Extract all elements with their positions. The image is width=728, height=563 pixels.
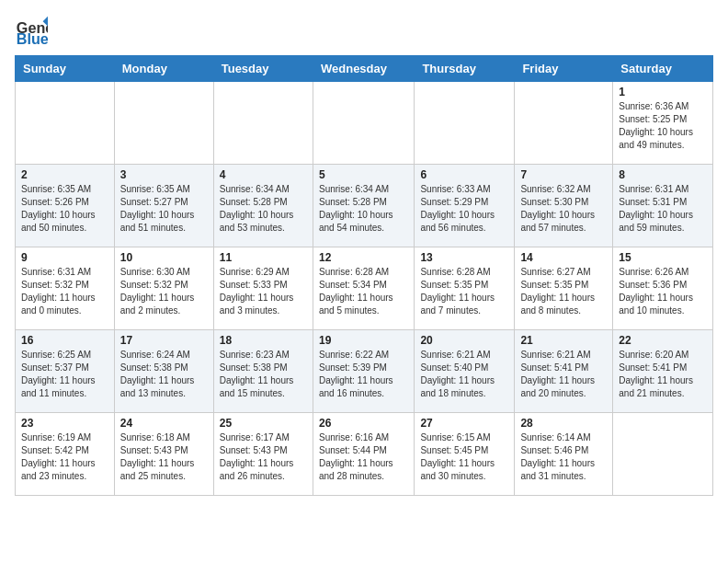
day-info: Sunrise: 6:16 AM Sunset: 5:44 PM Dayligh… [319, 431, 408, 483]
day-info: Sunrise: 6:28 AM Sunset: 5:35 PM Dayligh… [420, 266, 508, 317]
calendar-week-4: 16Sunrise: 6:25 AM Sunset: 5:37 PM Dayli… [16, 330, 713, 413]
day-info: Sunrise: 6:15 AM Sunset: 5:45 PM Dayligh… [420, 431, 508, 483]
calendar-cell: 27Sunrise: 6:15 AM Sunset: 5:45 PM Dayli… [415, 413, 515, 496]
day-number: 11 [220, 251, 307, 264]
day-info: Sunrise: 6:34 AM Sunset: 5:28 PM Dayligh… [220, 183, 307, 235]
day-number: 13 [420, 251, 508, 264]
calendar-cell [114, 82, 213, 165]
day-info: Sunrise: 6:14 AM Sunset: 5:46 PM Dayligh… [520, 431, 607, 483]
calendar-cell: 25Sunrise: 6:17 AM Sunset: 5:43 PM Dayli… [213, 413, 313, 496]
day-info: Sunrise: 6:31 AM Sunset: 5:32 PM Dayligh… [21, 266, 108, 317]
day-number: 6 [420, 168, 508, 181]
day-info: Sunrise: 6:24 AM Sunset: 5:38 PM Dayligh… [120, 349, 208, 400]
calendar-cell [16, 82, 115, 165]
calendar-cell: 5Sunrise: 6:34 AM Sunset: 5:28 PM Daylig… [313, 165, 414, 247]
day-info: Sunrise: 6:35 AM Sunset: 5:26 PM Dayligh… [21, 183, 108, 235]
calendar-cell: 2Sunrise: 6:35 AM Sunset: 5:26 PM Daylig… [16, 165, 115, 247]
day-number: 24 [120, 417, 208, 430]
svg-text:Blue: Blue [17, 30, 48, 47]
calendar-week-5: 23Sunrise: 6:19 AM Sunset: 5:42 PM Dayli… [16, 413, 713, 496]
logo-icon: General Blue [15, 15, 48, 48]
calendar-cell: 24Sunrise: 6:18 AM Sunset: 5:43 PM Dayli… [114, 413, 213, 496]
calendar-cell: 12Sunrise: 6:28 AM Sunset: 5:34 PM Dayli… [313, 247, 414, 330]
calendar-cell [613, 413, 713, 496]
day-number: 16 [21, 334, 108, 347]
day-number: 7 [520, 168, 607, 181]
day-header-thursday: Thursday [415, 56, 515, 82]
day-number: 12 [319, 251, 408, 264]
day-info: Sunrise: 6:36 AM Sunset: 5:25 PM Dayligh… [619, 100, 707, 152]
calendar-cell: 26Sunrise: 6:16 AM Sunset: 5:44 PM Dayli… [313, 413, 414, 496]
day-info: Sunrise: 6:26 AM Sunset: 5:36 PM Dayligh… [619, 266, 707, 317]
day-number: 2 [21, 168, 108, 181]
calendar-cell: 14Sunrise: 6:27 AM Sunset: 5:35 PM Dayli… [515, 247, 613, 330]
calendar-week-2: 2Sunrise: 6:35 AM Sunset: 5:26 PM Daylig… [16, 165, 713, 247]
day-header-saturday: Saturday [613, 56, 713, 82]
calendar-table: SundayMondayTuesdayWednesdayThursdayFrid… [15, 55, 713, 496]
calendar-cell: 21Sunrise: 6:21 AM Sunset: 5:41 PM Dayli… [515, 330, 613, 413]
day-number: 5 [319, 168, 408, 181]
calendar-week-1: 1Sunrise: 6:36 AM Sunset: 5:25 PM Daylig… [16, 82, 713, 165]
day-header-tuesday: Tuesday [213, 56, 313, 82]
calendar-cell: 1Sunrise: 6:36 AM Sunset: 5:25 PM Daylig… [613, 82, 713, 165]
calendar-cell: 20Sunrise: 6:21 AM Sunset: 5:40 PM Dayli… [415, 330, 515, 413]
day-number: 9 [21, 251, 108, 264]
calendar-cell [313, 82, 414, 165]
day-info: Sunrise: 6:20 AM Sunset: 5:41 PM Dayligh… [619, 349, 707, 400]
day-info: Sunrise: 6:18 AM Sunset: 5:43 PM Dayligh… [120, 431, 208, 483]
day-number: 14 [520, 251, 607, 264]
calendar-cell: 6Sunrise: 6:33 AM Sunset: 5:29 PM Daylig… [415, 165, 515, 247]
day-number: 28 [520, 417, 607, 430]
day-number: 25 [220, 417, 307, 430]
day-header-wednesday: Wednesday [313, 56, 414, 82]
logo: General Blue [15, 15, 51, 48]
day-number: 19 [319, 334, 408, 347]
calendar-cell: 9Sunrise: 6:31 AM Sunset: 5:32 PM Daylig… [16, 247, 115, 330]
day-number: 3 [120, 168, 208, 181]
calendar-cell: 28Sunrise: 6:14 AM Sunset: 5:46 PM Dayli… [515, 413, 613, 496]
day-info: Sunrise: 6:32 AM Sunset: 5:30 PM Dayligh… [520, 183, 607, 235]
calendar-cell: 17Sunrise: 6:24 AM Sunset: 5:38 PM Dayli… [114, 330, 213, 413]
calendar-cell: 11Sunrise: 6:29 AM Sunset: 5:33 PM Dayli… [213, 247, 313, 330]
calendar-cell: 15Sunrise: 6:26 AM Sunset: 5:36 PM Dayli… [613, 247, 713, 330]
day-number: 20 [420, 334, 508, 347]
calendar-cell [515, 82, 613, 165]
day-info: Sunrise: 6:31 AM Sunset: 5:31 PM Dayligh… [619, 183, 707, 235]
calendar-cell [213, 82, 313, 165]
calendar-cell: 19Sunrise: 6:22 AM Sunset: 5:39 PM Dayli… [313, 330, 414, 413]
day-number: 23 [21, 417, 108, 430]
day-number: 15 [619, 251, 707, 264]
calendar-cell: 22Sunrise: 6:20 AM Sunset: 5:41 PM Dayli… [613, 330, 713, 413]
day-info: Sunrise: 6:21 AM Sunset: 5:40 PM Dayligh… [420, 349, 508, 400]
day-number: 1 [619, 86, 707, 98]
calendar-cell: 4Sunrise: 6:34 AM Sunset: 5:28 PM Daylig… [213, 165, 313, 247]
calendar-cell: 8Sunrise: 6:31 AM Sunset: 5:31 PM Daylig… [613, 165, 713, 247]
calendar-header-row: SundayMondayTuesdayWednesdayThursdayFrid… [16, 56, 713, 82]
day-info: Sunrise: 6:29 AM Sunset: 5:33 PM Dayligh… [220, 266, 307, 317]
day-number: 10 [120, 251, 208, 264]
day-info: Sunrise: 6:19 AM Sunset: 5:42 PM Dayligh… [21, 431, 108, 483]
calendar-cell: 3Sunrise: 6:35 AM Sunset: 5:27 PM Daylig… [114, 165, 213, 247]
day-info: Sunrise: 6:25 AM Sunset: 5:37 PM Dayligh… [21, 349, 108, 400]
calendar-cell: 10Sunrise: 6:30 AM Sunset: 5:32 PM Dayli… [114, 247, 213, 330]
day-number: 8 [619, 168, 707, 181]
day-info: Sunrise: 6:23 AM Sunset: 5:38 PM Dayligh… [220, 349, 307, 400]
calendar-cell: 13Sunrise: 6:28 AM Sunset: 5:35 PM Dayli… [415, 247, 515, 330]
calendar-cell: 16Sunrise: 6:25 AM Sunset: 5:37 PM Dayli… [16, 330, 115, 413]
calendar-cell: 7Sunrise: 6:32 AM Sunset: 5:30 PM Daylig… [515, 165, 613, 247]
day-info: Sunrise: 6:27 AM Sunset: 5:35 PM Dayligh… [520, 266, 607, 317]
calendar-cell: 23Sunrise: 6:19 AM Sunset: 5:42 PM Dayli… [16, 413, 115, 496]
day-number: 22 [619, 334, 707, 347]
day-number: 18 [220, 334, 307, 347]
day-number: 21 [520, 334, 607, 347]
day-header-sunday: Sunday [16, 56, 115, 82]
calendar-cell: 18Sunrise: 6:23 AM Sunset: 5:38 PM Dayli… [213, 330, 313, 413]
day-header-monday: Monday [114, 56, 213, 82]
calendar-week-3: 9Sunrise: 6:31 AM Sunset: 5:32 PM Daylig… [16, 247, 713, 330]
day-info: Sunrise: 6:17 AM Sunset: 5:43 PM Dayligh… [220, 431, 307, 483]
day-number: 17 [120, 334, 208, 347]
day-info: Sunrise: 6:28 AM Sunset: 5:34 PM Dayligh… [319, 266, 408, 317]
day-info: Sunrise: 6:21 AM Sunset: 5:41 PM Dayligh… [520, 349, 607, 400]
day-number: 4 [220, 168, 307, 181]
calendar-cell [415, 82, 515, 165]
